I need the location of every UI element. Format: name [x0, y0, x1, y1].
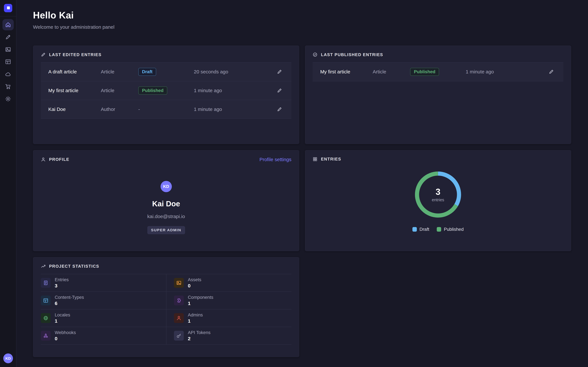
- edit-entry-button[interactable]: [275, 105, 284, 114]
- empty-grid-cell: [305, 257, 571, 357]
- stat-content-types: Content-Types6: [41, 292, 166, 309]
- published-color-swatch: [437, 227, 441, 232]
- entry-name: A draft article: [48, 69, 101, 75]
- panel-header: ENTRIES: [305, 150, 571, 165]
- stat-label: Content-Types: [55, 295, 84, 300]
- chart-legend: Draft Published: [412, 227, 464, 232]
- settings-gear-icon: [5, 96, 11, 102]
- status-badge: Draft: [138, 68, 156, 76]
- entry-name: My first article: [48, 88, 101, 93]
- entry-type: Article: [101, 88, 138, 93]
- stat-label: API Tokens: [188, 330, 210, 335]
- user-avatar[interactable]: KD: [3, 353, 13, 363]
- sidebar-nav: [2, 17, 14, 104]
- panel-profile: PROFILE Profile settings KD Kai Doe kai.…: [33, 150, 299, 251]
- components-icon: [174, 296, 184, 305]
- table-row[interactable]: My first article Article Published 1 min…: [313, 63, 563, 81]
- entry-type: Article: [373, 69, 410, 75]
- panel-title: LAST PUBLISHED ENTRIES: [321, 52, 383, 57]
- stat-value: 6: [55, 300, 84, 306]
- stat-entries: Entries3: [41, 274, 166, 292]
- marketplace-cart-icon: [5, 83, 11, 90]
- table-row[interactable]: A draft article Article Draft 20 seconds…: [41, 63, 291, 81]
- entries-count-label: entries: [432, 198, 444, 202]
- page-title: Hello Kai: [33, 10, 571, 21]
- strapi-logo-icon: [6, 6, 10, 10]
- panel-project-statistics: PROJECT STATISTICS Entries3 Assets0: [33, 257, 299, 357]
- stat-label: Assets: [188, 277, 201, 282]
- content-manager-icon: [5, 34, 11, 40]
- stat-label: Components: [188, 295, 213, 300]
- stat-value: 0: [188, 283, 201, 289]
- stat-label: Locales: [55, 312, 70, 317]
- entry-type: Author: [101, 107, 138, 112]
- stat-value: 0: [55, 336, 76, 341]
- legend-draft: Draft: [412, 227, 429, 232]
- sidebar-item-content-type-builder[interactable]: [2, 56, 14, 67]
- admins-person-icon: [174, 313, 184, 323]
- entries-donut-chart: 3 entries: [412, 168, 464, 221]
- draft-color-swatch: [412, 227, 417, 232]
- profile-email: kai.doe@strapi.io: [147, 214, 185, 219]
- strapi-logo[interactable]: [4, 4, 12, 12]
- sidebar-item-home[interactable]: [2, 19, 14, 30]
- panel-title: LAST EDITED ENTRIES: [49, 52, 101, 57]
- legend-label: Published: [444, 227, 464, 232]
- stat-value: 3: [55, 283, 69, 289]
- sidebar-item-content-manager[interactable]: [2, 32, 14, 43]
- stat-value: 1: [188, 300, 213, 306]
- media-library-icon: [5, 47, 11, 52]
- edit-entry-button[interactable]: [275, 86, 284, 95]
- sidebar-item-settings[interactable]: [2, 93, 14, 105]
- stat-label: Entries: [55, 277, 69, 282]
- page-subtitle: Welcome to your administration panel: [33, 24, 571, 30]
- panel-last-edited-entries: LAST EDITED ENTRIES A draft article Arti…: [33, 45, 299, 144]
- role-badge: SUPER ADMIN: [147, 226, 185, 234]
- entry-name: Kai Doe: [48, 107, 101, 112]
- home-icon: [5, 22, 11, 28]
- edit-entry-button[interactable]: [275, 67, 284, 76]
- grid-icon: [313, 157, 318, 162]
- entries-body: 3 entries Draft Published: [305, 165, 571, 232]
- status-badge: Published: [138, 86, 167, 95]
- stat-value: 1: [188, 318, 203, 324]
- cloud-icon: [5, 71, 11, 77]
- entries-count: 3: [436, 187, 440, 197]
- table-row[interactable]: My first article Article Published 1 min…: [41, 81, 291, 100]
- panel-header: PROJECT STATISTICS: [33, 257, 299, 272]
- pencil-icon: [41, 52, 46, 57]
- last-edited-table: A draft article Article Draft 20 seconds…: [41, 62, 291, 119]
- stat-assets: Assets0: [166, 274, 291, 292]
- stat-webhooks: Webhooks0: [41, 327, 166, 345]
- sidebar-item-media-library[interactable]: [2, 44, 14, 55]
- entry-updated-time: 1 minute ago: [194, 107, 273, 112]
- profile-settings-link[interactable]: Profile settings: [259, 157, 292, 162]
- entry-updated-time: 1 minute ago: [194, 88, 273, 93]
- stat-label: Webhooks: [55, 330, 76, 335]
- profile-name: Kai Doe: [152, 199, 180, 208]
- entry-updated-time: 20 seconds ago: [194, 69, 273, 75]
- status-empty: -: [138, 107, 194, 112]
- panel-title: PROFILE: [49, 157, 69, 162]
- edit-entry-button[interactable]: [547, 67, 556, 76]
- status-badge: Published: [410, 68, 439, 76]
- panel-title: ENTRIES: [321, 157, 341, 161]
- webhooks-icon: [41, 331, 51, 341]
- sidebar-item-cloud[interactable]: [2, 68, 14, 80]
- content-types-icon: [41, 296, 51, 305]
- api-tokens-key-icon: [174, 331, 184, 341]
- panel-title: PROJECT STATISTICS: [49, 264, 99, 269]
- sidebar-item-marketplace[interactable]: [2, 81, 14, 92]
- person-icon: [41, 157, 46, 162]
- strapi-admin-dashboard: KD Hello Kai Welcome to your administrat…: [0, 0, 588, 367]
- statistics-grid: Entries3 Assets0 Content-Types6: [41, 274, 291, 345]
- stat-admins: Admins1: [166, 309, 291, 327]
- sidebar: KD: [0, 0, 17, 367]
- stat-components: Components1: [166, 292, 291, 309]
- table-row[interactable]: Kai Doe Author - 1 minute ago: [41, 100, 291, 119]
- entry-updated-time: 1 minute ago: [466, 69, 545, 75]
- panel-header: LAST PUBLISHED ENTRIES: [305, 46, 571, 61]
- assets-icon: [174, 278, 184, 288]
- entry-name: My first article: [320, 69, 372, 75]
- stat-value: 1: [55, 318, 70, 324]
